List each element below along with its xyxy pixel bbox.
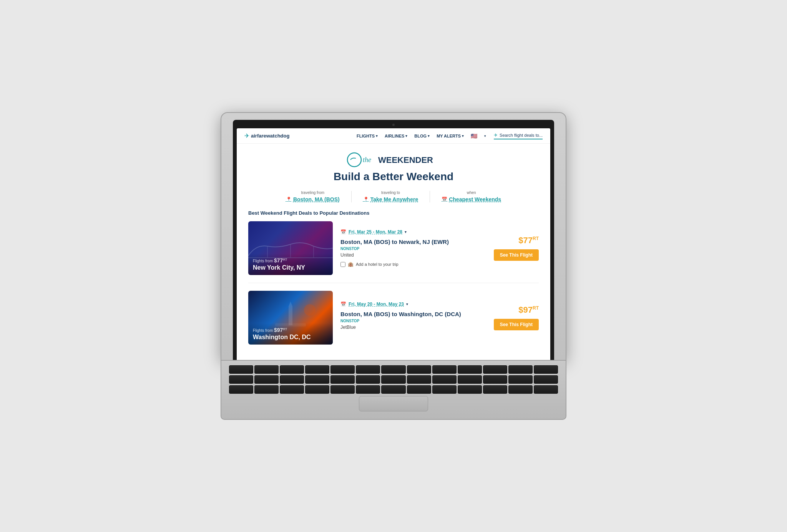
navbar: ✈ airfarewatchdog FLIGHTS ▾ AIRLINES ▾ [237,128,550,144]
image-price-dc: Flights from $97RT [253,327,328,333]
flight-cta-dc: $97RT See This Flight [493,291,539,345]
image-overlay-nyc: Flights from $77RT New York City, NY [248,254,333,275]
calendar-icon-flight: 📅 [340,229,346,235]
image-price-nyc: Flights from $77RT [253,257,328,264]
nav-flights[interactable]: FLIGHTS ▾ [357,134,378,138]
weekender-header: the WEEKENDER Build a Better Weekend [248,151,539,183]
key [280,365,304,374]
svg-rect-6 [289,306,292,325]
key [305,385,329,394]
chevron-down-icon: ▾ [462,134,464,138]
search-box[interactable]: ✈ Search flight deals to... [494,133,543,139]
key [407,375,431,384]
key [432,385,457,394]
laptop-body: ✈ airfarewatchdog FLIGHTS ▾ AIRLINES ▾ [221,112,566,361]
flight-price-dc: $97RT [518,305,539,315]
key [534,365,558,374]
key [381,385,405,394]
flight-hotel-nyc: 🏨 Add a hotel to your trip [340,262,493,267]
laptop-screen: ✈ airfarewatchdog FLIGHTS ▾ AIRLINES ▾ [237,128,550,360]
search-plane-icon: ✈ [494,133,498,138]
key [381,365,405,374]
key [432,375,457,384]
image-city-dc: Washington DC, DC [253,334,328,341]
key [280,385,304,394]
to-label: traveling to [363,191,418,195]
nav-alerts[interactable]: MY ALERTS ▾ [437,134,464,138]
keyboard-row-1 [229,365,558,374]
see-flight-button-dc[interactable]: See This Flight [494,319,539,330]
from-label: traveling from [286,191,340,195]
search-text: Search flight deals to... [500,133,543,138]
when-label: when [442,191,501,195]
when-field: when 📅 Cheapest Weekends [442,191,501,202]
svg-text:the: the [363,156,371,164]
weekender-logo-svg: the WEEKENDER [344,151,443,168]
section-heading: Best Weekend Flight Deals to Popular Des… [248,210,539,216]
page-title: Build a Better Weekend [248,171,539,183]
key [483,385,507,394]
key [356,385,380,394]
key [534,385,558,394]
dates-chevron-icon-2: ▾ [406,302,408,306]
svg-point-0 [347,153,361,167]
flight-card-nyc: Flights from $77RT New York City, NY 📅 F… [248,221,539,283]
from-field: traveling from 📍 Boston, MA (BOS) [286,191,340,202]
when-value[interactable]: 📅 Cheapest Weekends [442,196,501,202]
key [229,375,253,384]
flight-route-dc: Boston, MA (BOS) to Washington, DC (DCA) [340,311,493,317]
svg-marker-7 [289,302,292,306]
divider [351,191,352,202]
search-form: traveling from 📍 Boston, MA (BOS) travel… [248,191,539,202]
flag-chevron-icon: ▾ [484,134,486,138]
screen-border: ✈ airfarewatchdog FLIGHTS ▾ AIRLINES ▾ [233,120,554,360]
flag-icon[interactable]: 🇺🇸 [471,133,477,139]
main-content: the WEEKENDER Build a Better Weekend tra… [237,144,550,360]
flight-details-nyc: 📅 Fri, Mar 25 - Mon, Mar 28 ▾ Boston, MA… [340,221,493,275]
to-field: traveling to 📍 Take Me Anywhere [363,191,418,202]
from-value[interactable]: 📍 Boston, MA (BOS) [286,196,340,202]
flight-dates-nyc[interactable]: 📅 Fri, Mar 25 - Mon, Mar 28 ▾ [340,229,493,235]
trackpad[interactable] [359,396,428,411]
flight-airline-dc: JetBlue [340,325,493,330]
nav-airlines[interactable]: AIRLINES ▾ [385,134,407,138]
to-value[interactable]: 📍 Take Me Anywhere [363,196,418,202]
webcam [392,124,395,126]
key [229,365,253,374]
flight-route-nyc: Boston, MA (BOS) to Newark, NJ (EWR) [340,239,493,245]
hotel-checkbox-nyc[interactable] [340,262,345,267]
keyboard-row-2 [229,375,558,384]
key [254,365,279,374]
logo-text: airfarewatchdog [251,133,289,139]
key [458,375,482,384]
image-overlay-dc: Flights from $97RT Washington DC, DC [248,323,333,345]
chevron-down-icon: ▾ [428,134,430,138]
svg-point-9 [304,304,315,316]
svg-text:WEEKENDER: WEEKENDER [378,155,433,165]
key [305,365,329,374]
location-icon-2: 📍 [363,197,369,202]
key [483,365,507,374]
key [330,385,355,394]
nav-blog[interactable]: BLOG ▾ [414,134,430,138]
calendar-icon-flight-2: 📅 [340,302,346,307]
nav-links: FLIGHTS ▾ AIRLINES ▾ BLOG ▾ MY ALERTS [357,133,486,139]
key [381,375,405,384]
flight-nonstop-nyc: NONSTOP [340,247,493,251]
flight-image-nyc: Flights from $77RT New York City, NY [248,221,333,275]
logo[interactable]: ✈ airfarewatchdog [244,132,289,139]
key [407,385,431,394]
flight-price-nyc: $77RT [518,235,539,245]
key [254,375,279,384]
key [356,365,380,374]
key [432,365,457,374]
divider-2 [430,191,430,202]
dates-chevron-icon: ▾ [405,230,407,234]
key [330,365,355,374]
key [280,375,304,384]
key [508,365,533,374]
see-flight-button-nyc[interactable]: See This Flight [494,249,539,261]
flight-dates-dc[interactable]: 📅 Fri, May 20 - Mon, May 23 ▾ [340,302,493,307]
chevron-down-icon: ▾ [405,134,407,138]
flight-details-dc: 📅 Fri, May 20 - Mon, May 23 ▾ Boston, MA… [340,291,493,345]
